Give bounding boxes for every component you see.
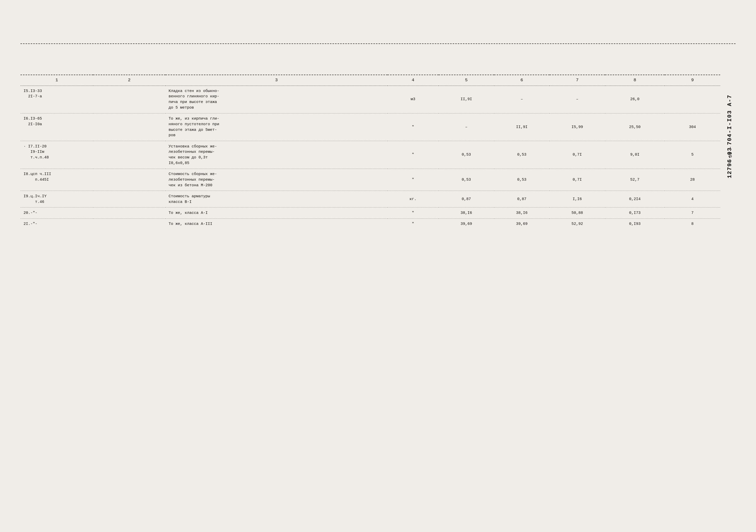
header-col6: 6 (494, 75, 550, 86)
cell-1-6: I5,99 (550, 114, 605, 141)
cell-6-6: 52,92 (550, 219, 605, 229)
table-row: 2I.-"-То же, класса А-III"39,6939,6952,9… (20, 219, 720, 229)
cell-1-2: То же, из кирпича гли- няного пустотелог… (166, 114, 388, 141)
table-row: I8.цсп ч.III п.445IСтоимость сборных же-… (20, 169, 720, 191)
cell-0-6: – (550, 86, 605, 113)
cell-5-8: 7 (665, 208, 720, 218)
cell-2-0: · I7.II-20 I9-IIм т.ч.п.48 (20, 141, 93, 169)
cell-1-7: 25,50 (605, 114, 665, 141)
cell-4-5: 0,87 (494, 191, 550, 208)
cell-5-0: 20.-"- (20, 208, 93, 218)
cell-3-0: I8.цсп ч.III п.445I (20, 169, 93, 191)
table-header-row: 1 2 3 4 5 6 7 8 9 (20, 75, 720, 86)
cell-3-3: " (388, 169, 439, 191)
table-row: I5.I3-33 2I-7-аКладка стен из обыкно- ве… (20, 86, 720, 113)
page-container: 704-I-I03 А-7 · 35 · 12796-03 1 2 3 4 5 … (20, 43, 736, 229)
cell-6-3: " (388, 219, 439, 229)
cell-0-8 (665, 86, 720, 113)
cell-4-8: 4 (665, 191, 720, 208)
cell-2-2: Установка сборных же- лезобетонных перем… (166, 141, 388, 169)
cell-0-7: 26,0 (605, 86, 665, 113)
cell-5-4: 38,I6 (439, 208, 494, 218)
header-col3: 3 (166, 75, 388, 86)
main-table: 1 2 3 4 5 6 7 8 9 I5.I3-33 2I-7-аКладка … (20, 75, 720, 229)
cell-2-1 (93, 141, 166, 169)
cell-4-3: кг. (388, 191, 439, 208)
table-row: I9.ц.Iч.IY т.46Стоимость арматуры класса… (20, 191, 720, 208)
cell-6-1 (93, 219, 166, 229)
cell-4-0: I9.ц.Iч.IY т.46 (20, 191, 93, 208)
cell-2-5: 0,53 (494, 141, 550, 169)
cell-3-5: 0,53 (494, 169, 550, 191)
cell-1-1 (93, 114, 166, 141)
header-col5: 5 (439, 75, 494, 86)
cell-1-3: " (388, 114, 439, 141)
cell-1-8: 304 (665, 114, 720, 141)
header-col1: 1 (20, 75, 93, 86)
cell-6-5: 39,69 (494, 219, 550, 229)
cell-3-4: 0,53 (439, 169, 494, 191)
cell-1-4: – (439, 114, 494, 141)
cell-0-1 (93, 86, 166, 113)
cell-6-2: То же, класса А-III (166, 219, 388, 229)
cell-5-5: 38,I6 (494, 208, 550, 218)
table-row: · I7.II-20 I9-IIм т.ч.п.48Установка сбор… (20, 141, 720, 169)
cell-4-4: 0,87 (439, 191, 494, 208)
cell-3-6: 0,7I (550, 169, 605, 191)
cell-6-7: 0,I93 (605, 219, 665, 229)
side-label-bottom: 12796-03 (727, 147, 733, 178)
cell-5-2: То же, класса А-I (166, 208, 388, 218)
cell-6-4: 39,69 (439, 219, 494, 229)
cell-0-0: I5.I3-33 2I-7-а (20, 86, 93, 113)
cell-4-1 (93, 191, 166, 208)
table-row: I6.I3-65 2I-I0аТо же, из кирпича гли- ня… (20, 114, 720, 141)
cell-0-5: – (494, 86, 550, 113)
cell-2-7: 9,0I (605, 141, 665, 169)
cell-2-4: 0,53 (439, 141, 494, 169)
cell-5-7: 0,I73 (605, 208, 665, 218)
header-col2: 2 (93, 75, 166, 86)
cell-4-7: 0,2I4 (605, 191, 665, 208)
cell-2-8: 5 (665, 141, 720, 169)
header-col4: 4 (388, 75, 439, 86)
cell-2-6: 0,7I (550, 141, 605, 169)
header-col9: 9 (665, 75, 720, 86)
cell-0-4: II,9I (439, 86, 494, 113)
cell-3-2: Стоимость сборных же- лезобетонных перем… (166, 169, 388, 191)
header-col7: 7 (550, 75, 605, 86)
cell-5-3: " (388, 208, 439, 218)
cell-5-1 (93, 208, 166, 218)
cell-4-6: I,I6 (550, 191, 605, 208)
cell-3-7: 52,7 (605, 169, 665, 191)
side-label-top: 704-I-I03 А-7 (727, 94, 733, 145)
cell-0-2: Кладка стен из обыкно- венного глиняного… (166, 86, 388, 113)
cell-1-5: II,9I (494, 114, 550, 141)
cell-2-3: " (388, 141, 439, 169)
cell-0-3: м3 (388, 86, 439, 113)
cell-5-6: 50,88 (550, 208, 605, 218)
cell-3-1 (93, 169, 166, 191)
cell-1-0: I6.I3-65 2I-I0а (20, 114, 93, 141)
table-row: 20.-"-То же, класса А-I"38,I638,I650,880… (20, 208, 720, 218)
header-col8: 8 (605, 75, 665, 86)
cell-3-8: 28 (665, 169, 720, 191)
cell-6-8: 8 (665, 219, 720, 229)
cell-4-2: Стоимость арматуры класса В-I (166, 191, 388, 208)
cell-6-0: 2I.-"- (20, 219, 93, 229)
